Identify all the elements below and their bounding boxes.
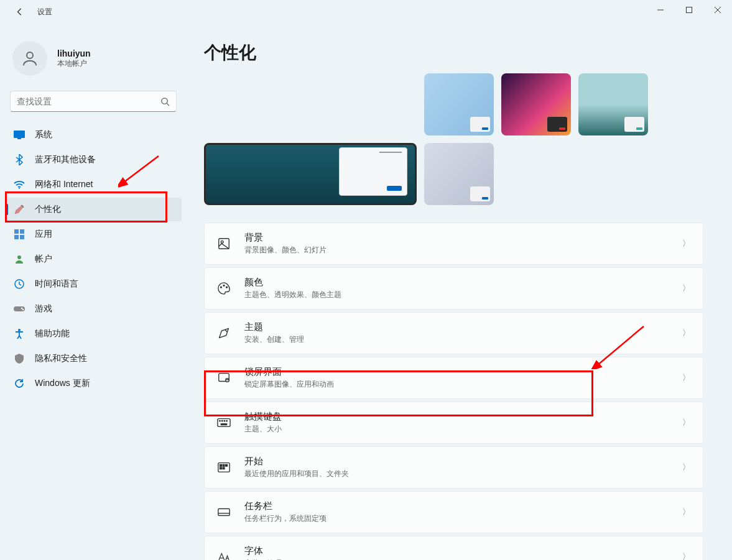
svg-line-4 xyxy=(167,103,169,106)
setting-card-2[interactable]: 主题安装、创建、管理〉 xyxy=(204,312,703,354)
setting-card-4[interactable]: 触摸键盘主题、大小〉 xyxy=(204,402,703,444)
sidebar: lihuiyun 本地帐户 系统蓝牙和其他设备网络和 Internet个性化应用… xyxy=(0,24,187,560)
user-card[interactable]: lihuiyun 本地帐户 xyxy=(4,36,183,81)
theme-thumbnail-1[interactable] xyxy=(501,73,571,135)
chevron-right-icon: 〉 xyxy=(682,372,690,383)
theme-thumbnail-3[interactable] xyxy=(424,143,494,205)
svg-rect-6 xyxy=(17,138,21,139)
setting-icon xyxy=(217,282,231,295)
sidebar-item-time[interactable]: 时间和语言 xyxy=(5,272,182,296)
sidebar-item-network[interactable]: 网络和 Internet xyxy=(5,173,182,196)
theme-thumbnails xyxy=(424,73,703,205)
theme-thumbnail-0[interactable] xyxy=(424,73,494,135)
close-button[interactable] xyxy=(703,0,732,20)
setting-sub: 锁定屏幕图像、应用和动画 xyxy=(244,379,682,390)
nav-list: 系统蓝牙和其他设备网络和 Internet个性化应用帐户时间和语言游戏辅助功能隐… xyxy=(4,123,183,395)
sidebar-item-personalize[interactable]: 个性化 xyxy=(5,198,182,221)
setting-card-3[interactable]: 锁屏界面锁定屏幕图像、应用和动画〉 xyxy=(204,357,703,399)
setting-sub: 任务栏行为，系统固定项 xyxy=(244,513,682,524)
setting-text: 任务栏任务栏行为，系统固定项 xyxy=(244,500,682,524)
sidebar-item-system[interactable]: 系统 xyxy=(5,123,182,147)
svg-rect-9 xyxy=(20,229,24,234)
maximize-button[interactable] xyxy=(675,0,703,20)
svg-point-12 xyxy=(17,255,21,259)
search-input[interactable] xyxy=(17,96,160,106)
svg-point-27 xyxy=(222,421,223,421)
sidebar-item-account[interactable]: 帐户 xyxy=(5,247,182,271)
setting-icon xyxy=(217,550,231,560)
arrow-left-icon xyxy=(16,7,24,16)
sidebar-item-label: 系统 xyxy=(35,129,52,140)
svg-rect-1 xyxy=(687,7,692,13)
setting-card-1[interactable]: 颜色主题色、透明效果、颜色主题〉 xyxy=(204,267,703,310)
accessibility-icon xyxy=(14,328,25,339)
setting-sub: 最近使用的应用和项目、文件夹 xyxy=(244,469,682,479)
sidebar-item-label: Windows 更新 xyxy=(35,378,90,389)
sidebar-item-gaming[interactable]: 游戏 xyxy=(5,297,182,321)
setting-icon xyxy=(217,237,231,250)
sidebar-item-label: 应用 xyxy=(35,229,52,240)
sidebar-item-apps[interactable]: 应用 xyxy=(5,223,182,246)
setting-text: 颜色主题色、透明效果、颜色主题 xyxy=(244,277,682,300)
minimize-button[interactable] xyxy=(646,0,675,20)
setting-card-6[interactable]: 任务栏任务栏行为，系统固定项〉 xyxy=(204,491,703,533)
setting-sub: 主题、大小 xyxy=(244,424,682,434)
setting-title: 背景 xyxy=(244,232,682,244)
gaming-icon xyxy=(14,303,25,314)
svg-rect-32 xyxy=(220,464,222,466)
bluetooth-icon xyxy=(14,154,25,165)
setting-sub: 主题色、透明效果、颜色主题 xyxy=(244,290,682,300)
svg-rect-34 xyxy=(226,464,228,466)
setting-icon xyxy=(217,416,231,429)
setting-icon xyxy=(217,371,231,385)
sidebar-item-privacy[interactable]: 隐私和安全性 xyxy=(5,347,182,370)
chevron-right-icon: 〉 xyxy=(682,238,690,249)
titlebar: 设置 xyxy=(0,0,732,24)
search-icon xyxy=(160,97,170,106)
current-theme-preview[interactable] xyxy=(204,143,417,205)
sidebar-item-label: 个性化 xyxy=(35,204,61,215)
setting-text: 开始最近使用的应用和项目、文件夹 xyxy=(244,456,682,479)
chevron-right-icon: 〉 xyxy=(682,551,690,560)
setting-text: 背景背景图像、颜色、幻灯片 xyxy=(244,232,682,255)
setting-card-0[interactable]: 背景背景图像、颜色、幻灯片〉 xyxy=(204,223,703,265)
personalize-icon xyxy=(14,204,25,215)
svg-point-26 xyxy=(220,421,220,421)
avatar xyxy=(12,41,47,76)
svg-point-20 xyxy=(221,287,222,288)
window-controls xyxy=(646,0,732,20)
sidebar-item-label: 游戏 xyxy=(35,303,52,314)
user-name: lihuiyun xyxy=(57,48,91,58)
sidebar-item-label: 隐私和安全性 xyxy=(35,353,87,364)
setting-sub: 安装、创建、管理 xyxy=(244,334,682,345)
theme-thumbnail-2[interactable] xyxy=(578,73,648,135)
svg-point-15 xyxy=(21,308,22,309)
svg-point-17 xyxy=(18,329,21,331)
search-box[interactable] xyxy=(10,91,177,112)
svg-rect-11 xyxy=(20,235,24,239)
svg-rect-30 xyxy=(221,424,226,425)
svg-rect-37 xyxy=(218,509,229,516)
setting-text: 触摸键盘主题、大小 xyxy=(244,411,682,434)
setting-card-7[interactable]: 字体安装、管理〉 xyxy=(204,536,703,560)
setting-title: 锁屏界面 xyxy=(244,366,682,378)
system-icon xyxy=(14,129,25,140)
svg-point-21 xyxy=(223,285,225,287)
setting-card-5[interactable]: 开始最近使用的应用和项目、文件夹〉 xyxy=(204,446,703,489)
svg-rect-36 xyxy=(223,467,225,469)
sidebar-item-accessibility[interactable]: 辅助功能 xyxy=(5,322,182,346)
setting-sub: 背景图像、颜色、幻灯片 xyxy=(244,245,682,255)
svg-point-2 xyxy=(27,52,33,58)
sidebar-item-label: 网络和 Internet xyxy=(35,179,93,190)
chevron-right-icon: 〉 xyxy=(682,417,690,428)
setting-title: 主题 xyxy=(244,321,682,333)
apps-icon xyxy=(14,229,25,240)
setting-text: 字体安装、管理 xyxy=(244,545,682,560)
setting-title: 颜色 xyxy=(244,277,682,288)
person-icon xyxy=(21,49,39,68)
back-button[interactable] xyxy=(14,6,26,18)
sidebar-item-bluetooth[interactable]: 蓝牙和其他设备 xyxy=(5,148,182,172)
time-icon xyxy=(14,278,25,290)
sidebar-item-update[interactable]: Windows 更新 xyxy=(5,372,182,395)
chevron-right-icon: 〉 xyxy=(682,328,690,339)
